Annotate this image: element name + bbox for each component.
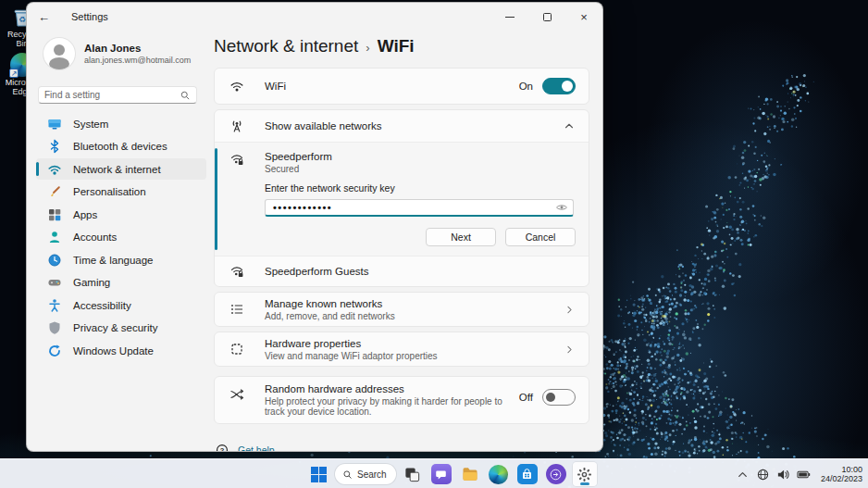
breadcrumb-parent[interactable]: Network & internet [214, 36, 358, 56]
random-hw-toggle[interactable] [542, 389, 576, 406]
maximize-button[interactable] [528, 3, 565, 31]
sidebar-item-system[interactable]: System [36, 113, 206, 134]
battery-icon[interactable] [797, 468, 811, 482]
hardware-properties-row[interactable]: Hardware properties View and manage WiFi… [215, 332, 589, 366]
selected-network-panel: Speedperform Secured Enter the network s… [215, 143, 589, 256]
page-title: WiFi [378, 36, 415, 56]
reveal-password-icon[interactable] [555, 201, 568, 214]
wifi-state-label: On [519, 81, 533, 92]
task-view-icon [403, 466, 421, 483]
sidebar-item-apps[interactable]: Apps [36, 204, 206, 225]
sidebar-item-accessibility[interactable]: Accessibility [36, 294, 206, 316]
sidebar-item-bluetooth[interactable]: Bluetooth & devices [36, 136, 206, 157]
search-input[interactable]: Find a setting [38, 86, 197, 104]
accessibility-icon [47, 298, 62, 313]
password-field-wrap [265, 198, 574, 217]
sidebar-item-accounts[interactable]: Accounts [36, 227, 206, 248]
security-key-input[interactable] [265, 199, 574, 217]
taskbar: Search [0, 458, 868, 488]
broadcast-tower-icon [229, 119, 244, 133]
chip-icon [229, 342, 244, 357]
brush-icon [47, 184, 62, 199]
random-hw-row: Random hardware addresses Help protect y… [215, 377, 589, 423]
sidebar-item-label: Apps [73, 209, 97, 220]
selected-indicator [36, 162, 39, 176]
windows-logo-icon [311, 467, 327, 482]
search-icon [342, 469, 353, 480]
sidebar-item-label: System [73, 119, 108, 130]
file-explorer-button[interactable] [458, 462, 482, 486]
sidebar-item-privacy[interactable]: Privacy & security [36, 318, 206, 339]
shield-icon [47, 320, 62, 335]
network-row-guests[interactable]: Speedperform Guests [215, 257, 589, 286]
title-bar: ← Settings × [27, 3, 602, 31]
network-globe-icon[interactable] [756, 468, 770, 482]
tray-chevron-up-icon[interactable] [736, 468, 750, 482]
purple-circle-arrow-icon [546, 464, 566, 484]
minimize-button[interactable] [491, 3, 528, 31]
folder-icon [461, 465, 479, 483]
tray-time: 10:00 [821, 465, 862, 475]
minimize-icon [505, 17, 515, 18]
sidebar: Alan Jones alan.jones.wm@hotmail.com Fin… [27, 31, 214, 451]
apps-icon [47, 207, 62, 222]
sidebar-item-windows-update[interactable]: Windows Update [36, 340, 206, 361]
wifi-lock-icon [229, 152, 244, 167]
clock-icon [47, 253, 62, 268]
svg-text:♻: ♻ [19, 15, 26, 24]
row-title: Manage known networks [265, 298, 554, 309]
svg-text:?: ? [220, 445, 225, 452]
get-help-link[interactable]: ? Get help [214, 443, 589, 452]
sidebar-item-personalisation[interactable]: Personalisation [36, 181, 206, 203]
row-title: Random hardware addresses [265, 383, 510, 394]
tray-date: 24/02/2023 [821, 474, 862, 484]
close-button[interactable]: × [565, 3, 602, 31]
settings-window: ← Settings × Alan Jones alan.jones.wm@ho… [26, 2, 603, 452]
sidebar-item-label: Bluetooth & devices [73, 141, 167, 152]
avatar [43, 38, 75, 69]
taskbar-search[interactable]: Search [335, 464, 396, 484]
profile[interactable]: Alan Jones alan.jones.wm@hotmail.com [36, 34, 206, 79]
bluetooth-icon [47, 139, 62, 154]
sidebar-item-time-language[interactable]: Time & language [36, 249, 206, 270]
sidebar-nav: System Bluetooth & devices Network & int… [36, 113, 206, 361]
random-hw-state-label: Off [519, 392, 533, 403]
sidebar-item-label: Network & internet [73, 164, 161, 175]
sidebar-item-gaming[interactable]: Gaming [36, 272, 206, 294]
start-button[interactable] [306, 462, 330, 486]
wifi-lock-icon [229, 264, 244, 279]
row-description: Help protect your privacy by making it h… [265, 396, 510, 417]
task-view-button[interactable] [401, 462, 425, 486]
wifi-icon [47, 162, 62, 177]
manage-networks-row[interactable]: Manage known networks Add, remove, and e… [215, 293, 589, 326]
manage-networks-card: Manage known networks Add, remove, and e… [214, 292, 589, 327]
show-networks-row[interactable]: Show available networks [215, 110, 589, 142]
chat-icon [431, 464, 452, 484]
update-icon [47, 344, 62, 358]
cancel-button[interactable]: Cancel [505, 228, 576, 246]
next-button[interactable]: Next [426, 228, 496, 246]
chevron-up-icon [563, 119, 576, 132]
network-name: Speedperform Guests [265, 266, 576, 277]
volume-icon[interactable] [776, 468, 790, 482]
edge-button[interactable] [487, 462, 511, 486]
link-label: Get help [238, 444, 275, 453]
settings-app-button[interactable] [573, 462, 597, 486]
sidebar-item-label: Windows Update [73, 345, 154, 357]
wifi-toggle[interactable] [542, 78, 576, 94]
tray-clock[interactable]: 10:00 24/02/2023 [817, 465, 862, 484]
chat-button[interactable] [429, 462, 453, 486]
running-indicator [580, 482, 589, 485]
selected-network-indicator [215, 148, 217, 250]
sidebar-item-label: Accounts [73, 231, 117, 243]
sidebar-item-network[interactable]: Network & internet [36, 158, 206, 180]
desktop: ♻ Recycle Bin ↗ Microsoft Edge ← Setting… [0, 0, 868, 488]
maximize-icon [543, 13, 552, 21]
store-button[interactable] [515, 462, 539, 486]
profile-name: Alan Jones [84, 43, 191, 54]
back-button[interactable]: ← [38, 10, 62, 24]
system-tray: 10:00 24/02/2023 [736, 459, 862, 488]
app-button-purple[interactable] [544, 462, 568, 486]
chevron-right-icon [564, 344, 576, 356]
person-icon [47, 230, 62, 244]
